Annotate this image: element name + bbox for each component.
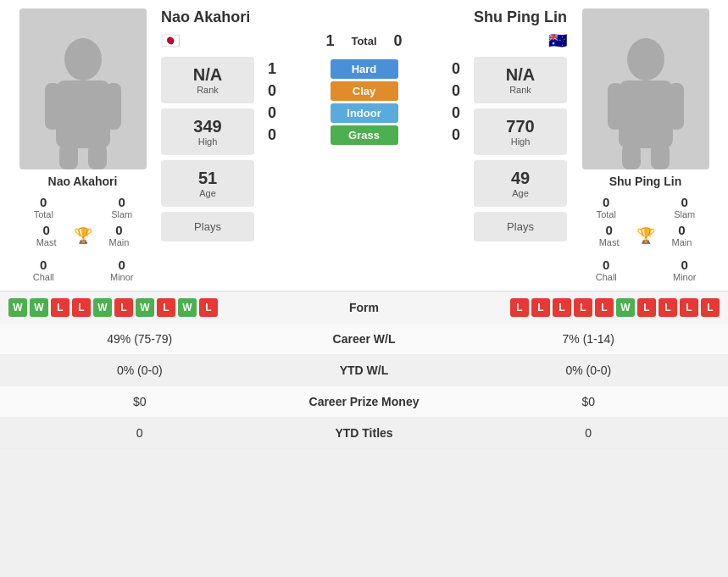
stats-table: 49% (75-79)Career W/L7% (1-14)0% (0-0)YT… (0, 324, 728, 449)
stat-center-label: Career Prize Money (271, 395, 458, 408)
right-chall: 0 Chall (571, 258, 642, 282)
hard-score-right: 0 (443, 60, 469, 78)
player-left: Nao Akahori 0 Total 0 Slam 0 Mast 🏆 0 (8, 8, 157, 282)
right-trophy-row: 0 Mast 🏆 0 Main (599, 223, 692, 247)
right-main: 0 Main (672, 223, 692, 247)
right-rank-box: N/A Rank (474, 57, 567, 103)
total-score-row: 1 Total 0 (317, 32, 410, 50)
form-pill-right: L (553, 298, 571, 317)
right-header-name: Shu Ping Lin (474, 8, 567, 26)
svg-rect-11 (651, 144, 670, 169)
svg-rect-1 (56, 80, 110, 148)
mid-content: N/A Rank 349 High 51 Age Plays (161, 57, 567, 241)
clay-row: 0 Clay 0 (259, 81, 469, 101)
form-label: Form (288, 301, 441, 314)
form-pill-left: L (114, 298, 133, 317)
left-chall: 0 Chall (8, 258, 79, 282)
stats-row: 0YTD Titles0 (0, 418, 728, 449)
form-pill-right: W (616, 298, 635, 317)
right-stats-grid: 0 Total 0 Slam (571, 195, 720, 219)
grass-score-left: 0 (259, 126, 285, 144)
right-silhouette-icon (603, 34, 688, 169)
right-avatar (582, 8, 709, 169)
stats-row: 0% (0-0)YTD W/L0% (0-0) (0, 355, 728, 386)
left-plays-box: Plays (161, 212, 254, 241)
left-slam-value: 0 Slam (87, 195, 158, 219)
form-pill-right: L (595, 298, 614, 317)
right-bottom-stats: 0 Chall 0 Minor (571, 258, 720, 282)
left-stat-panel: N/A Rank 349 High 51 Age Plays (161, 57, 254, 241)
left-minor: 0 Minor (87, 258, 158, 282)
stat-right-value: 7% (1-14) (458, 332, 720, 346)
total-score-right: 0 (386, 32, 411, 50)
svg-rect-5 (88, 144, 107, 169)
flags-score-row: 🇯🇵 1 Total 0 🇦🇺 (161, 31, 567, 50)
grass-row: 0 Grass 0 (259, 125, 469, 145)
clay-score-left: 0 (259, 82, 285, 100)
center-section: Nao Akahori Shu Ping Lin 🇯🇵 1 Total 0 🇦🇺 (161, 8, 567, 282)
right-minor: 0 Minor (650, 258, 720, 282)
form-pill-right: L (531, 298, 550, 317)
clay-score-right: 0 (443, 82, 469, 100)
left-main: 0 Main (109, 223, 130, 247)
indoor-button[interactable]: Indoor (331, 103, 398, 123)
svg-rect-7 (619, 80, 673, 148)
stat-left-value: 0 (8, 426, 271, 440)
right-slam-value: 0 Slam (650, 195, 720, 219)
left-trophy-icon: 🏆 (74, 226, 92, 245)
clay-button[interactable]: Clay (331, 81, 398, 101)
right-plays-box: Plays (474, 212, 567, 241)
total-label: Total (351, 35, 376, 47)
svg-point-0 (64, 38, 102, 80)
main-container: Nao Akahori 0 Total 0 Slam 0 Mast 🏆 0 (0, 0, 728, 449)
form-pill-left: W (30, 298, 48, 317)
right-flag-icon: 🇦🇺 (548, 31, 567, 50)
right-mast: 0 Mast (599, 223, 620, 247)
stat-center-label: YTD Titles (271, 426, 458, 440)
left-avatar (19, 8, 147, 169)
form-pill-right: L (637, 298, 656, 317)
form-pill-left: L (157, 298, 175, 317)
grass-score-right: 0 (443, 126, 469, 144)
svg-point-6 (627, 38, 664, 80)
svg-rect-3 (106, 83, 121, 130)
right-high-box: 770 High (474, 108, 567, 155)
stat-right-value: 0% (0-0) (458, 363, 720, 377)
stats-row: $0Career Prize Money$0 (0, 386, 728, 418)
players-section: Nao Akahori 0 Total 0 Slam 0 Mast 🏆 0 (0, 0, 728, 291)
form-pill-left: L (72, 298, 91, 317)
left-total-value: 0 Total (8, 195, 79, 219)
hard-row: 1 Hard 0 (259, 59, 469, 79)
grass-button[interactable]: Grass (331, 125, 398, 145)
indoor-score-right: 0 (443, 104, 469, 122)
left-rank-box: N/A Rank (161, 57, 254, 103)
form-section: WWLLWLWLWL Form LLLLLWLLLL (0, 291, 728, 324)
svg-rect-10 (622, 144, 641, 169)
form-pill-left: W (93, 298, 112, 317)
left-silhouette-icon (41, 34, 125, 169)
form-pill-left: L (51, 298, 69, 317)
svg-rect-2 (45, 83, 60, 130)
svg-rect-9 (669, 83, 684, 130)
left-player-name: Nao Akahori (48, 175, 118, 188)
stats-row: 49% (75-79)Career W/L7% (1-14) (0, 324, 728, 355)
form-pill-left: W (178, 298, 197, 317)
stat-left-value: 0% (0-0) (8, 363, 271, 377)
right-age-box: 49 Age (474, 160, 567, 207)
indoor-row: 0 Indoor 0 (259, 103, 469, 123)
form-pill-right: L (659, 298, 677, 317)
svg-rect-4 (59, 144, 78, 169)
stat-left-value: 49% (75-79) (8, 332, 271, 346)
left-high-box: 349 High (161, 108, 254, 155)
form-pill-left: W (8, 298, 27, 317)
stat-left-value: $0 (8, 395, 271, 408)
left-header-name: Nao Akahori (161, 8, 250, 26)
form-pill-right: L (510, 298, 529, 317)
right-stat-panel: N/A Rank 770 High 49 Age Plays (474, 57, 567, 241)
form-pill-right: L (574, 298, 592, 317)
left-flag-icon: 🇯🇵 (161, 31, 180, 50)
form-pill-right: L (701, 298, 720, 317)
hard-button[interactable]: Hard (331, 59, 398, 79)
hard-score-left: 1 (259, 60, 285, 78)
left-stats-grid: 0 Total 0 Slam (8, 195, 157, 219)
